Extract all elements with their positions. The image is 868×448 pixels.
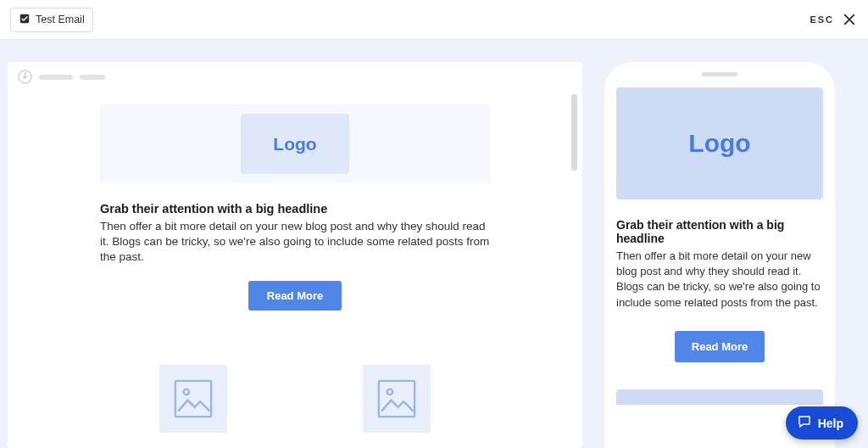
test-email-icon — [19, 13, 31, 27]
logo-text: Logo — [688, 129, 750, 158]
placeholder-line — [80, 75, 105, 80]
image-placeholder-icon — [616, 389, 823, 405]
email-body: Logo Grab their attention with a big hea… — [100, 104, 490, 448]
chat-icon — [797, 414, 812, 432]
close-icon[interactable] — [841, 11, 858, 28]
logo-placeholder: Logo — [241, 114, 349, 174]
svg-rect-1 — [175, 381, 211, 417]
email-headline: Grab their attention with a big headline — [616, 218, 823, 245]
svg-rect-3 — [379, 381, 415, 417]
svg-point-4 — [387, 389, 393, 395]
help-button[interactable]: Help — [786, 406, 858, 440]
close-group: ESC — [810, 11, 858, 28]
esc-label: ESC — [810, 14, 834, 25]
read-more-button[interactable]: Read More — [675, 331, 765, 362]
logo-text: Logo — [273, 134, 316, 154]
related-post: Include a related blog post — [303, 365, 490, 448]
related-post: Include a related blog post — [100, 365, 287, 448]
read-more-button[interactable]: Read More — [248, 281, 342, 311]
mobile-preview: Logo Grab their attention with a big hea… — [604, 62, 835, 448]
email-headline: Grab their attention with a big headline — [100, 202, 490, 216]
desktop-preview: Logo Grab their attention with a big hea… — [8, 62, 582, 448]
svg-point-2 — [184, 389, 190, 395]
top-bar: Test Email ESC — [0, 0, 868, 40]
email-body-text: Then offer a bit more detail on your new… — [616, 249, 823, 311]
logo-banner: Logo — [100, 104, 490, 183]
mobile-scroll-area[interactable]: Logo Grab their attention with a big hea… — [616, 87, 823, 448]
help-label: Help — [818, 417, 843, 430]
test-email-button[interactable]: Test Email — [10, 8, 93, 32]
preview-stage: Logo Grab their attention with a big hea… — [0, 40, 868, 448]
image-placeholder-icon — [363, 365, 431, 433]
email-body-text: Then offer a bit more detail on your new… — [100, 219, 490, 266]
inbox-header-placeholder — [8, 62, 582, 89]
phone-speaker-icon — [702, 72, 737, 76]
test-email-label: Test Email — [36, 14, 85, 25]
image-placeholder-icon — [159, 365, 227, 433]
desktop-scroll-area[interactable]: Logo Grab their attention with a big hea… — [8, 91, 582, 448]
placeholder-line — [39, 75, 73, 80]
related-posts-row: Include a related blog post Include a re… — [100, 365, 490, 448]
avatar-icon — [18, 70, 32, 84]
logo-placeholder: Logo — [616, 87, 823, 199]
